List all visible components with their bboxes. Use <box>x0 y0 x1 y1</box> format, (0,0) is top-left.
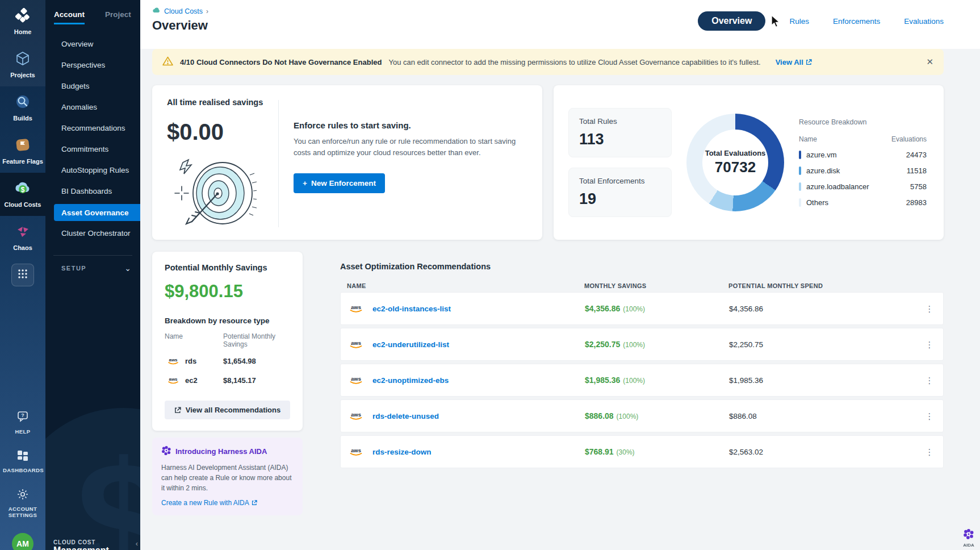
aida-flower-icon <box>161 445 171 457</box>
potential-monthly-savings-card: Potential Monthly Savings $9,800.15 Brea… <box>152 252 303 431</box>
savings-percent: (100%) <box>623 341 645 349</box>
evaluations-donut-chart: Total Evaluations 70732 <box>686 114 784 211</box>
setup-section-toggle[interactable]: SETUP ⌄ <box>45 256 140 272</box>
page-tabs: Overview Rules Enforcements Evaluations <box>698 11 944 31</box>
chaos-icon <box>15 224 30 241</box>
recommendation-name-link[interactable]: ec2-old-instances-list <box>372 305 451 313</box>
sidebar-item-commitments[interactable]: Commitments <box>45 139 140 160</box>
tab-evaluations[interactable]: Evaluations <box>904 17 944 26</box>
rail-item-feature-flags[interactable]: Feature Flags <box>0 130 45 173</box>
realised-savings-card: All time realised savings $0.00 <box>152 85 542 240</box>
sidebar-item-overview[interactable]: Overview <box>45 34 140 55</box>
legend-row: azure.disk 11518 <box>799 166 927 175</box>
svg-text:?: ? <box>21 413 24 418</box>
recommendation-row[interactable]: awsec2-unoptimized-ebs$1,985.36(100%)$1,… <box>340 364 944 397</box>
sidebar-collapse-handle[interactable]: ‹ <box>133 538 140 549</box>
view-all-recommendations-button[interactable]: View all Recommendations <box>165 401 290 419</box>
aws-icon: aws <box>347 445 365 459</box>
dartboard-illustration <box>167 158 278 230</box>
recommendations-table-header: NAME MONTHLY SAVINGS POTENTIAL MONTHLY S… <box>340 282 944 289</box>
legend-row: azure.loadbalancer 5758 <box>799 182 927 191</box>
banner-view-all-link[interactable]: View All <box>776 58 812 66</box>
svg-text:aws: aws <box>351 447 361 453</box>
recommendation-name-link[interactable]: ec2-underutilized-list <box>372 340 449 349</box>
legend-swatch <box>799 198 801 207</box>
savings-percent: (30%) <box>617 448 635 456</box>
row-menu-kebab-icon[interactable]: ⋮ <box>916 379 943 382</box>
plus-icon: + <box>303 179 307 188</box>
recommendation-row[interactable]: awsec2-underutilized-list$2,250.75(100%)… <box>340 328 944 361</box>
breadcrumb-cloud-costs-link[interactable]: Cloud Costs <box>164 7 203 15</box>
svg-text:aws: aws <box>351 411 361 418</box>
breakdown-row: aws rds $1,654.98 <box>165 354 290 368</box>
sidebar-item-anomalies[interactable]: Anomalies <box>45 97 140 118</box>
dashboards-button[interactable]: DASHBOARDS <box>3 449 43 473</box>
potential-monthly-spend-value: $2,563.02 <box>729 448 916 456</box>
recommendation-row[interactable]: awsrds-delete-unused$886.08(100%)$886.08… <box>340 399 944 432</box>
aida-promo-box: Introducing Harness AIDA Harness AI Deve… <box>152 438 303 515</box>
savings-percent: (100%) <box>623 305 645 313</box>
monthly-savings-value: $1,985.36 <box>585 376 620 385</box>
recommendation-row[interactable]: awsec2-old-instances-list$4,356.86(100%)… <box>340 292 944 325</box>
help-button[interactable]: ? HELP <box>3 411 43 435</box>
tab-rules[interactable]: Rules <box>789 17 809 26</box>
monthly-savings-value: $4,356.86 <box>585 304 620 313</box>
aws-icon: aws <box>347 373 365 387</box>
sidebar-item-asset-governance[interactable]: Asset Governance <box>54 204 140 221</box>
potential-monthly-spend-value: $4,356.86 <box>729 305 916 313</box>
apps-grid-button[interactable] <box>11 264 34 286</box>
rail-item-cloud-costs[interactable]: $ Cloud Costs <box>0 173 45 216</box>
legend-swatch <box>799 182 801 191</box>
scope-tab-account[interactable]: Account <box>54 10 85 24</box>
rail-item-chaos[interactable]: Chaos <box>0 216 45 259</box>
rail-item-builds[interactable]: Builds <box>0 86 45 130</box>
monthly-savings-amount: $9,800.15 <box>165 281 290 302</box>
svg-text:aws: aws <box>351 376 361 382</box>
banner-close-icon[interactable]: ✕ <box>926 57 933 67</box>
warning-triangle-icon <box>162 56 173 68</box>
svg-text:aws: aws <box>169 377 178 382</box>
rail-item-projects[interactable]: Projects <box>0 43 45 86</box>
row-menu-kebab-icon[interactable]: ⋮ <box>916 451 943 453</box>
tab-overview[interactable]: Overview <box>698 11 765 31</box>
recommendation-name-link[interactable]: rds-resize-down <box>372 448 432 456</box>
grid-icon <box>18 269 28 281</box>
legend-row: azure.vm 24473 <box>799 151 927 159</box>
asset-optimization-section: Asset Optimization Recommendations NAME … <box>340 252 944 468</box>
builds-icon <box>15 94 30 111</box>
tab-enforcements[interactable]: Enforcements <box>833 17 880 26</box>
aida-promo-body: Harness AI Development Assistant (AIDA) … <box>161 463 294 493</box>
rail-item-home[interactable]: Home <box>0 0 45 43</box>
scope-tab-project[interactable]: Project <box>105 10 131 24</box>
row-menu-kebab-icon[interactable]: ⋮ <box>916 343 943 346</box>
account-settings-button[interactable]: ACCOUNT SETTINGS <box>3 488 43 518</box>
row-menu-kebab-icon[interactable]: ⋮ <box>916 415 943 418</box>
user-avatar[interactable]: AM <box>12 533 33 550</box>
module-footer-label: CLOUD COST Management <box>53 539 109 550</box>
total-enforcements-stat: Total Enforcements 19 <box>568 168 672 217</box>
breakdown-title: Breakdown by resource type <box>165 316 290 325</box>
total-rules-stat: Total Rules 113 <box>568 108 672 157</box>
sidebar-item-bi-dashboards[interactable]: BI Dashboards <box>45 181 140 202</box>
recommendation-name-link[interactable]: rds-delete-unused <box>372 412 439 420</box>
aws-icon: aws <box>347 338 365 351</box>
sidebar-item-perspectives[interactable]: Perspectives <box>45 55 140 76</box>
feature-flags-icon <box>15 138 30 155</box>
breadcrumb: Cloud Costs › <box>152 7 208 15</box>
recommendation-name-link[interactable]: ec2-unoptimized-ebs <box>372 376 449 385</box>
savings-percent: (100%) <box>617 413 639 420</box>
sidebar-item-cluster-orchestrator[interactable]: Cluster Orchestrator <box>45 223 140 244</box>
dashboards-icon <box>16 449 29 464</box>
row-menu-kebab-icon[interactable]: ⋮ <box>916 307 943 310</box>
sidebar-item-autostopping-rules[interactable]: AutoStopping Rules <box>45 160 140 181</box>
evaluations-stats-card: Total Rules 113 Total Enforcements 19 To… <box>554 85 944 240</box>
aws-icon: aws <box>347 409 365 423</box>
external-link-icon <box>806 59 812 65</box>
sidebar-item-budgets[interactable]: Budgets <box>45 76 140 97</box>
new-enforcement-button[interactable]: + New Enforcement <box>294 173 385 193</box>
recommendation-row[interactable]: awsrds-resize-down$768.91(30%)$2,563.02⋮ <box>340 435 944 468</box>
create-rule-with-aida-link[interactable]: Create a new Rule with AIDA <box>161 499 257 507</box>
recommendations-table-title: Asset Optimization Recommendations <box>340 262 944 271</box>
sidebar-item-recommendations[interactable]: Recommendations <box>45 118 140 139</box>
aida-fab-button[interactable]: AIDA <box>963 528 974 548</box>
